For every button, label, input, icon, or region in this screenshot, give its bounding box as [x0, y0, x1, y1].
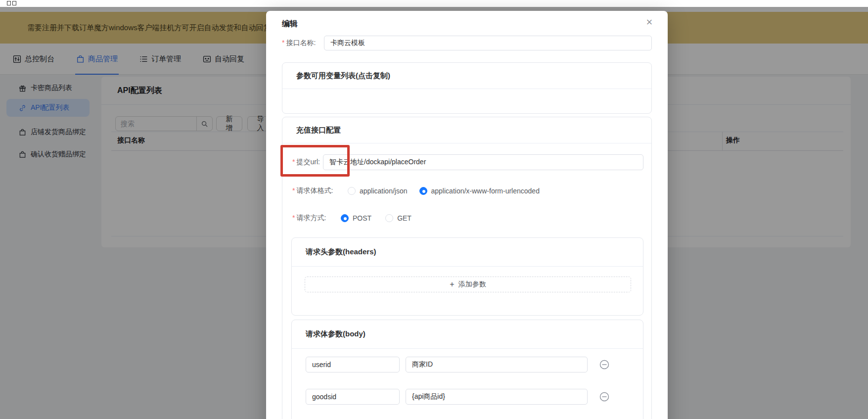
body-params-section: 请求体参数(body)	[291, 320, 643, 419]
headers-section-title: 请求头参数(headers)	[292, 238, 643, 267]
method-label: *请求方式:	[292, 214, 338, 223]
edit-dialog: 编辑 × *接口名称: 参数可用变量列表(点击复制) 充值接口配置 *提交url…	[266, 11, 668, 419]
method-row: *请求方式: POST GET	[292, 214, 411, 223]
required-asterisk: *	[282, 39, 284, 47]
variables-section-title: 参数可用变量列表(点击复制)	[282, 63, 651, 89]
add-header-param-button[interactable]: + 添加参数	[305, 277, 631, 292]
body-format-label: *请求体格式:	[292, 186, 345, 195]
remove-param-button[interactable]	[599, 360, 609, 370]
radio-post[interactable]	[341, 214, 349, 222]
api-name-input[interactable]	[324, 36, 652, 50]
radio-label-form-urlencoded[interactable]: application/x-www-form-urlencoded	[431, 187, 540, 195]
param-value-input[interactable]	[406, 357, 588, 372]
variables-section: 参数可用变量列表(点击复制)	[282, 62, 652, 114]
minus-circle-icon	[599, 360, 609, 370]
body-param-row	[306, 357, 632, 372]
radio-application-json[interactable]	[348, 187, 356, 195]
plus-icon: +	[450, 280, 454, 289]
app-grid-icon[interactable]	[7, 1, 17, 6]
minus-circle-icon	[599, 392, 609, 402]
radio-form-urlencoded[interactable]	[419, 187, 427, 195]
api-name-label: *接口名称:	[282, 39, 324, 47]
radio-label-application-json[interactable]: application/json	[360, 187, 408, 195]
radio-label-post[interactable]: POST	[353, 214, 371, 222]
body-format-row: *请求体格式: application/json application/x-w…	[292, 186, 540, 195]
param-key-input[interactable]	[306, 389, 400, 405]
dialog-title: 编辑	[282, 19, 298, 29]
close-icon[interactable]: ×	[643, 16, 656, 29]
body-param-row	[306, 389, 632, 405]
add-param-label: 添加参数	[458, 280, 486, 289]
radio-label-get[interactable]: GET	[397, 214, 411, 222]
api-name-row: *接口名称:	[282, 36, 652, 50]
screen: 需要注册并下载订单魔方windows客户端挂机方可开启自动发货和自动回复等完整 …	[0, 0, 868, 419]
submit-url-input[interactable]	[323, 154, 643, 170]
param-value-input[interactable]	[406, 389, 588, 405]
headers-section: 请求头参数(headers) + 添加参数	[291, 237, 643, 316]
recharge-section-title: 充值接口配置	[282, 117, 651, 143]
param-key-input[interactable]	[306, 357, 400, 372]
required-asterisk: *	[292, 186, 295, 194]
remove-param-button[interactable]	[599, 392, 609, 402]
required-asterisk: *	[292, 214, 295, 222]
body-section-title: 请求体参数(body)	[292, 320, 643, 349]
annotation-highlight-box	[280, 145, 350, 177]
radio-get[interactable]	[385, 214, 393, 222]
